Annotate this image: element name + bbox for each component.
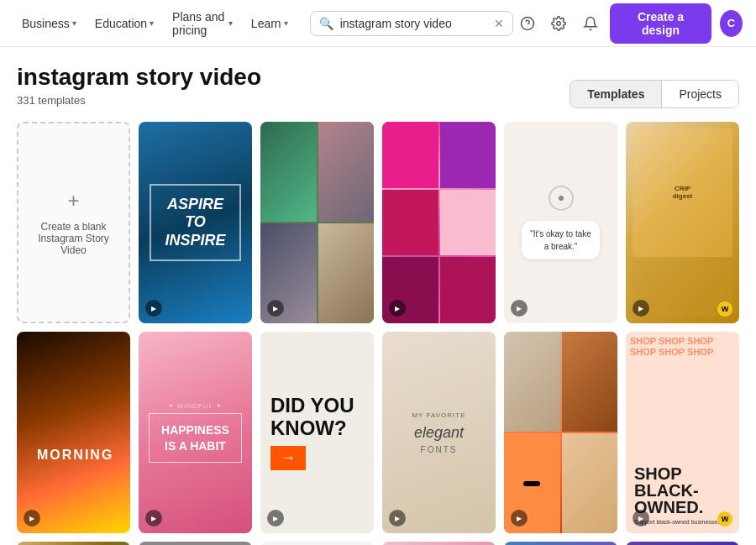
template-card[interactable]: ▶	[626, 542, 739, 545]
main-content: instagram story video 331 templates Temp…	[0, 47, 756, 545]
blank-template-card[interactable]: + Create a blank Instagram Story Video	[17, 122, 130, 323]
search-icon: 🔍	[319, 17, 333, 30]
play-icon: ▶	[267, 300, 284, 317]
nav-label-plans: Plans and pricing	[172, 10, 226, 37]
pro-badge: W	[717, 511, 732, 527]
chevron-down-icon: ▾	[228, 18, 233, 28]
play-icon: ▶	[389, 510, 406, 527]
tab-projects[interactable]: Projects	[662, 81, 738, 107]
navbar: Business ▾ Education ▾ Plans and pricing…	[0, 0, 756, 47]
notifications-button[interactable]	[579, 10, 601, 37]
plus-icon: +	[67, 189, 79, 212]
blank-card-label: Create a blank Instagram Story Video	[27, 221, 120, 256]
tab-group: Templates Projects	[570, 80, 739, 108]
play-icon: ▶	[24, 510, 40, 527]
template-card[interactable]: MY FAVORITE elegant FONTS ▶	[382, 332, 496, 533]
play-icon: ▶	[633, 300, 649, 317]
template-card[interactable]: ▶	[382, 542, 496, 545]
nav-item-learn[interactable]: Learn ▾	[243, 5, 297, 42]
template-card[interactable]: ▶	[504, 332, 617, 533]
template-card[interactable]: NEW ▶	[260, 542, 374, 545]
nav-label-education: Education	[95, 17, 147, 30]
help-button[interactable]	[517, 10, 539, 37]
clear-icon[interactable]: ✕	[494, 17, 504, 30]
template-card[interactable]: SHOPBLACK-OWNED. Support black-owned bus…	[626, 332, 739, 533]
template-grid-row3: ▶ ▶ NEW ▶ ▶ ▶ ▶	[17, 542, 739, 545]
nav-item-business[interactable]: Business ▾	[13, 5, 85, 42]
template-card[interactable]: ASPIRETOINSPIRE ▶	[139, 122, 252, 323]
nav-item-education[interactable]: Education ▾	[87, 5, 162, 42]
tab-templates[interactable]: Templates	[570, 81, 662, 107]
play-icon: ▶	[511, 510, 528, 527]
card-text-aspire: ASPIRETOINSPIRE	[139, 122, 252, 323]
avatar[interactable]: C	[720, 10, 743, 37]
pro-badge: W	[717, 301, 732, 317]
play-icon: ▶	[145, 300, 162, 317]
aspire-text: ASPIRETOINSPIRE	[165, 196, 225, 249]
nav-menu: Business ▾ Education ▾ Plans and pricing…	[13, 5, 297, 42]
template-card[interactable]: ▶	[382, 122, 496, 323]
template-card[interactable]: ▶	[504, 542, 617, 545]
card-text-elegant: MY FAVORITE elegant FONTS	[382, 332, 496, 533]
chevron-down-icon: ▾	[72, 18, 76, 28]
template-card[interactable]: DID YOUKNOW? → ▶	[260, 332, 374, 533]
template-card[interactable]: ▶	[139, 542, 252, 545]
svg-point-2	[557, 21, 561, 25]
play-icon: ▶	[511, 300, 528, 317]
template-card[interactable]: ▶	[17, 542, 130, 545]
search-bar: 🔍 ✕	[310, 11, 513, 36]
create-design-button[interactable]: Create a design	[610, 3, 711, 44]
template-grid-row2: MORNING ▶ ✦ MINDFUL ✦ HAPPINESSIS A HABI…	[17, 332, 739, 533]
template-card[interactable]: CRIPdigest ▶ W	[626, 122, 739, 323]
chevron-down-icon: ▾	[150, 18, 154, 28]
play-icon: ▶	[389, 300, 406, 317]
play-icon: ▶	[633, 510, 649, 527]
nav-item-plans[interactable]: Plans and pricing ▾	[164, 5, 241, 42]
card-text-quote: "It's okay to takea break."	[504, 122, 617, 323]
card-text-happiness: ✦ MINDFUL ✦ HAPPINESSIS A HABIT	[139, 332, 252, 533]
template-card[interactable]: "It's okay to takea break." ▶	[504, 122, 617, 323]
nav-label-learn: Learn	[251, 17, 281, 30]
settings-button[interactable]	[548, 10, 570, 37]
template-card[interactable]: ✦ MINDFUL ✦ HAPPINESSIS A HABIT ▶	[139, 332, 252, 533]
play-icon: ▶	[145, 510, 162, 527]
template-card[interactable]: MORNING ▶	[17, 332, 130, 533]
play-icon: ▶	[267, 510, 284, 527]
nav-label-business: Business	[22, 17, 70, 30]
search-input[interactable]	[340, 17, 487, 30]
template-card[interactable]: ▶	[260, 122, 374, 323]
chevron-down-icon: ▾	[284, 18, 288, 28]
nav-right: Create a design C	[517, 3, 743, 44]
morning-text: MORNING	[37, 448, 113, 463]
template-grid-row1: + Create a blank Instagram Story Video A…	[17, 122, 739, 323]
